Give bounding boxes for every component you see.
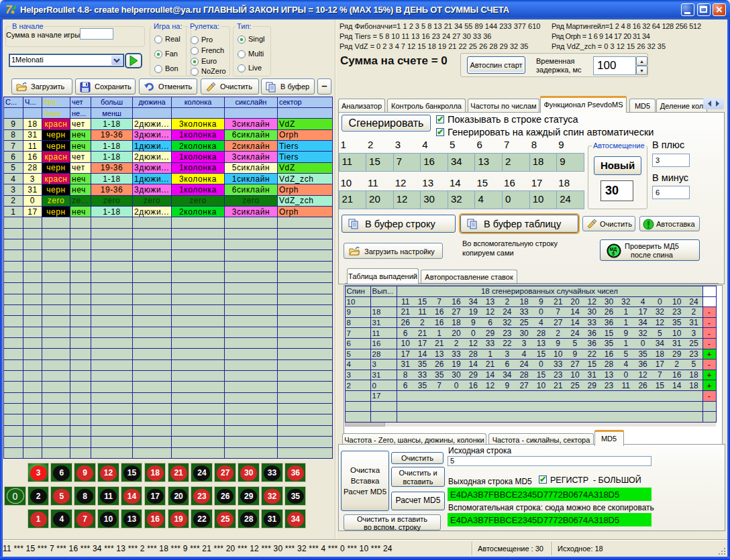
svg-text:5: 5 [612, 251, 615, 256]
